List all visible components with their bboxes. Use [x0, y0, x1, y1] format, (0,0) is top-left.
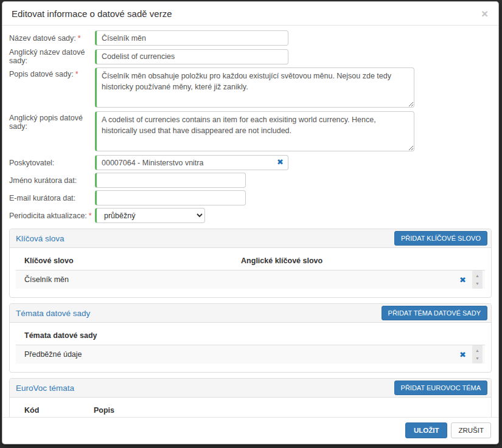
topics-panel-body: Témata datové sady Předběžné údaje ✖ ▲ ▼ — [10, 323, 491, 372]
topic-column-header: Témata datové sady — [16, 331, 97, 340]
chevron-down-icon[interactable]: ▼ — [475, 356, 479, 360]
curator-email-label: E-mail kurátora dat: — [9, 194, 95, 202]
name-en-label: Anglický název datové sady: — [9, 48, 95, 65]
eurovoc-table-header: Kód Popis — [16, 401, 485, 417]
curator-name-input[interactable] — [95, 173, 246, 188]
add-eurovoc-button[interactable]: PŘIDAT EUROVOC TÉMA — [394, 381, 487, 395]
provider-label: Poskytovatel: — [9, 159, 95, 167]
field-row-name-en: Anglický název datové sady: — [9, 48, 492, 65]
keyword-value: Číselník měn — [16, 275, 459, 284]
periodicity-label: Periodicita aktualizace:* — [9, 212, 95, 220]
field-row-name: Název datové sady:* — [9, 30, 492, 46]
chevron-up-icon[interactable]: ▲ — [475, 348, 479, 353]
curator-email-input[interactable] — [95, 190, 246, 205]
remove-topic-icon[interactable]: ✖ — [459, 350, 466, 359]
keywords-panel-heading: Klíčová slova PŘIDAT KLÍČOVÉ SLOVO — [10, 229, 491, 248]
required-marker: * — [78, 34, 81, 43]
required-marker: * — [75, 70, 78, 78]
keywords-panel-title: Klíčová slova — [16, 234, 64, 243]
keyword-row: Číselník měn ✖ ▲ ▼ — [16, 271, 485, 289]
field-row-curator-name: Jméno kurátora dat: — [9, 173, 492, 188]
add-topic-button[interactable]: PŘIDAT TÉMA DATOVÉ SADY — [382, 306, 487, 320]
add-keyword-button[interactable]: PŘIDAT KLÍČOVÉ SLOVO — [394, 231, 487, 246]
keyword-en-column-header: Anglické klíčové slovo — [241, 257, 322, 265]
topic-row: Předběžné údaje ✖ ▲ ▼ — [16, 345, 485, 364]
field-row-provider: Poskytovatel: ✖ — [9, 155, 492, 170]
field-row-periodicity: Periodicita aktualizace:* průběžný — [9, 208, 492, 223]
dialog-footer: ULOŽIT ZRUŠIT — [2, 417, 498, 444]
topics-panel-heading: Témata datové sady PŘIDAT TÉMA DATOVÉ SA… — [10, 304, 491, 323]
field-row-curator-email: E-mail kurátora dat: — [9, 190, 492, 205]
topics-table-header: Témata datové sady — [16, 326, 485, 345]
eurovoc-panel-title: EuroVoc témata — [16, 384, 74, 393]
remove-keyword-icon[interactable]: ✖ — [459, 275, 466, 284]
topic-value: Předběžné údaje — [16, 350, 459, 359]
eurovoc-description-column-header: Popis — [94, 406, 114, 415]
description-en-textarea[interactable]: A codelist of currencies contains an ite… — [95, 111, 414, 151]
dialog-body: Název datové sady:* Anglický název datov… — [2, 26, 498, 417]
eurovoc-panel: EuroVoc témata PŘIDAT EUROVOC TÉMA Kód P… — [9, 378, 492, 417]
field-row-description: Popis datové sady:* Číselník měn obsahuj… — [9, 67, 492, 108]
name-label: Název datové sady:* — [9, 34, 95, 43]
required-marker: * — [89, 212, 92, 220]
description-textarea[interactable]: Číselník měn obsahuje položku pro každou… — [95, 67, 414, 108]
eurovoc-code-column-header: Kód — [16, 406, 94, 415]
close-icon[interactable]: × — [480, 8, 489, 19]
curator-name-label: Jméno kurátora dat: — [9, 176, 95, 185]
dialog-title: Editovat informace o datové sadě verze — [12, 9, 172, 19]
description-label: Popis datové sady:* — [9, 67, 95, 78]
topics-panel: Témata datové sady PŘIDAT TÉMA DATOVÉ SA… — [9, 303, 492, 373]
keywords-table-header: Klíčové slovo Anglické klíčové slovo — [16, 252, 485, 271]
dialog-header: Editovat informace o datové sadě verze × — [2, 2, 498, 26]
cancel-button[interactable]: ZRUŠIT — [451, 422, 491, 438]
chevron-down-icon[interactable]: ▼ — [475, 281, 479, 286]
topic-reorder-stepper[interactable]: ▲ ▼ — [472, 345, 483, 364]
topics-panel-title: Témata datové sady — [16, 309, 90, 318]
name-input[interactable] — [95, 30, 288, 46]
edit-dataset-dialog: Editovat informace o datové sadě verze ×… — [2, 1, 499, 444]
eurovoc-panel-body: Kód Popis Nejsou data k zobrazení — [10, 398, 491, 417]
chevron-up-icon[interactable]: ▲ — [475, 274, 479, 278]
description-en-label: Anglický popis datové sady: — [9, 111, 95, 131]
provider-clear-icon[interactable]: ✖ — [277, 157, 284, 167]
keywords-panel-body: Klíčové slovo Anglické klíčové slovo Čís… — [10, 248, 491, 297]
eurovoc-panel-heading: EuroVoc témata PŘIDAT EUROVOC TÉMA — [10, 379, 491, 398]
keyword-reorder-stepper[interactable]: ▲ ▼ — [472, 271, 483, 289]
name-en-input[interactable] — [95, 49, 288, 64]
periodicity-select[interactable]: průběžný — [95, 208, 205, 223]
provider-input-wrap: ✖ — [95, 155, 288, 170]
provider-input[interactable] — [95, 155, 288, 170]
save-button[interactable]: ULOŽIT — [405, 422, 448, 438]
field-row-description-en: Anglický popis datové sady: A codelist o… — [9, 111, 492, 151]
keyword-column-header: Klíčové slovo — [16, 257, 241, 265]
keywords-panel: Klíčová slova PŘIDAT KLÍČOVÉ SLOVO Klíčo… — [9, 229, 492, 298]
